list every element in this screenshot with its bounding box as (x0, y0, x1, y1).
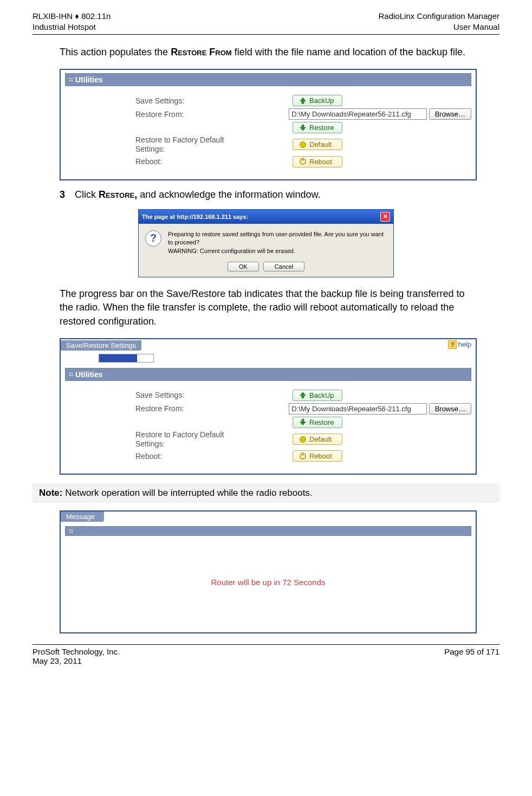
restore-button[interactable]: Restore (293, 122, 342, 133)
note-box: Note: Network operation will be interrup… (33, 483, 499, 503)
factory-default-label-2: Settings: (135, 439, 293, 449)
message-header (65, 526, 471, 536)
restore-from-label: Restore From: (65, 110, 289, 119)
browse-button[interactable]: Browse… (429, 108, 471, 120)
dialog-line-2: WARNING: Current configuration will be e… (168, 247, 387, 255)
close-icon[interactable]: ✕ (380, 212, 390, 222)
save-restore-panel: Save/Restore Settings ?help Utilities Sa… (60, 338, 477, 475)
restore-from-input[interactable] (289, 108, 426, 120)
help-icon: ? (448, 340, 457, 349)
cancel-button[interactable]: Cancel (263, 262, 304, 271)
countdown-text: Router will be up in 72 Seconds (211, 578, 326, 587)
reboot-label: Reboot: (65, 157, 293, 166)
dot-icon (300, 141, 306, 148)
dot-icon (300, 436, 306, 443)
upload-icon (300, 392, 306, 398)
footer-page: Page 95 of 171 (444, 647, 499, 665)
hdr-doc: RadioLinx Configuration Manager (379, 11, 499, 22)
question-icon: ? (145, 230, 161, 247)
footer-date: May 23, 2011 (33, 656, 120, 665)
reboot-button[interactable]: Reboot (293, 156, 342, 167)
intro-paragraph: This action populates the Restore From f… (60, 46, 478, 59)
dialog-title: The page at http://192.168.1.211 says: (142, 213, 248, 220)
save-settings-label: Save Settings: (65, 391, 293, 399)
help-link[interactable]: ?help (448, 340, 471, 349)
reboot-button[interactable]: Reboot (293, 450, 342, 462)
hdr-doctype: User Manual (379, 22, 499, 33)
drag-handle-icon (69, 529, 73, 533)
message-panel: Message Router will be up in 72 Seconds (60, 510, 477, 633)
utilities-header: Utilities (65, 73, 471, 86)
utilities-header-2: Utilities (65, 368, 471, 381)
hdr-subproduct: Industrial Hotspot (33, 22, 111, 33)
restore-from-input[interactable] (289, 403, 426, 415)
power-icon (300, 158, 306, 165)
reboot-label: Reboot: (65, 452, 293, 461)
utilities-panel-1: Utilities Save Settings: BackUp Restore … (60, 69, 477, 180)
download-icon (300, 125, 306, 131)
restore-from-label: Restore From: (65, 404, 289, 413)
factory-default-label-1: Restore to Factory Default (135, 135, 293, 145)
factory-default-label-2: Settings: (135, 145, 293, 154)
backup-button[interactable]: BackUp (293, 390, 342, 401)
save-settings-label: Save Settings: (65, 96, 293, 105)
step-3: 3 Click Restore, and acknowledge the inf… (60, 188, 478, 202)
default-button[interactable]: Default (293, 433, 342, 445)
dialog-line-1: Preparing to restore saved settings from… (168, 230, 387, 247)
progress-bar (99, 354, 154, 363)
factory-default-label-1: Restore to Factory Default (135, 430, 293, 439)
progress-paragraph: The progress bar on the Save/Restore tab… (60, 287, 478, 328)
backup-button[interactable]: BackUp (293, 95, 342, 106)
footer-company: ProSoft Technology, Inc. (33, 647, 120, 656)
default-button[interactable]: Default (293, 139, 342, 150)
drag-handle-icon (69, 77, 73, 82)
message-tab: Message (61, 512, 104, 522)
confirm-dialog: The page at http://192.168.1.211 says: ✕… (138, 209, 394, 277)
ok-button[interactable]: OK (228, 262, 259, 271)
download-icon (300, 419, 306, 425)
save-restore-tab: Save/Restore Settings (61, 340, 141, 351)
hdr-product: RLXIB-IHN ♦ 802.11n (33, 11, 111, 22)
browse-button[interactable]: Browse… (429, 403, 471, 415)
restore-button[interactable]: Restore (293, 417, 342, 428)
drag-handle-icon (69, 372, 73, 377)
power-icon (300, 453, 306, 460)
upload-icon (300, 98, 306, 104)
